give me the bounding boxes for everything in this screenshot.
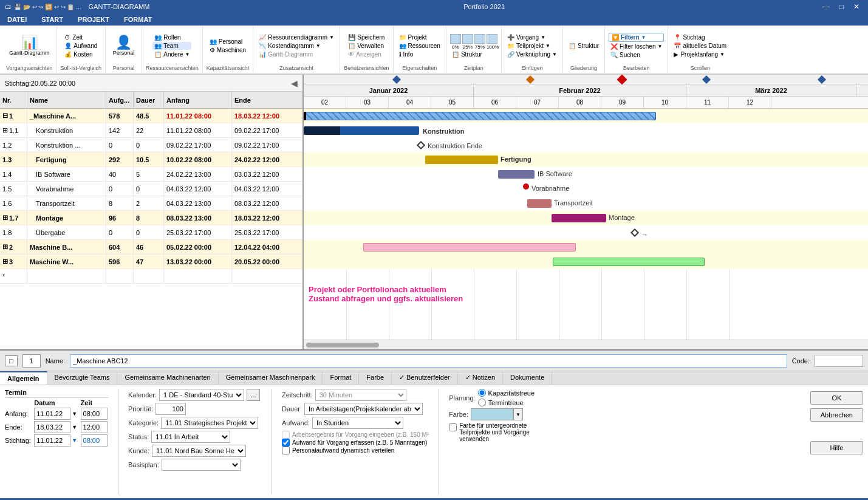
kunde-select[interactable]: 11.01 Nord Bau Sonne Herr A.	[152, 445, 246, 457]
table-row[interactable]: 1.6 Transportzeit 8 2 04.03.22 13:00 08.…	[0, 196, 302, 211]
scroll-thumb[interactable]	[306, 343, 379, 348]
table-row[interactable]: 1.4 IB Software 40 5 24.02.22 13:00 03.0…	[0, 167, 302, 182]
tab-benutzerfelder[interactable]: ✓ Benutzerfelder	[392, 371, 458, 385]
arbeits-checkbox[interactable]	[282, 431, 290, 439]
stichtag-date-input[interactable]	[34, 434, 70, 447]
code-input[interactable]	[815, 355, 863, 367]
progress-0[interactable]	[450, 34, 461, 44]
maximize-button[interactable]: □	[836, 2, 847, 11]
vorgang-button[interactable]: ➕Vorgang▼	[505, 33, 559, 41]
andere-button[interactable]: 📋Andere ▼	[152, 50, 191, 58]
table-row[interactable]: 1.2 Konstruktion ... 0 0 09.02.22 17:00 …	[0, 138, 302, 152]
aktuelles-datum-button[interactable]: 📅aktuelles Datum	[672, 42, 728, 50]
personal-kap-button[interactable]: 👥Personal	[208, 38, 248, 46]
progress-100[interactable]	[487, 34, 497, 44]
table-row[interactable]: ⊟1 _Maschine A... 578 48.5 11.01.22 08:0…	[0, 109, 302, 123]
expand-icon[interactable]: ⊞	[2, 258, 8, 265]
anfang-date-input[interactable]	[34, 408, 70, 420]
rollen-button[interactable]: 👥Rollen	[152, 33, 191, 41]
aufwand-checkbox[interactable]	[282, 439, 290, 447]
tab-gemeinsame-machinenarten[interactable]: Gemeinsame Machinenarten	[117, 371, 218, 385]
progress-75[interactable]	[474, 34, 485, 44]
expand-icon[interactable]: ⊞	[2, 243, 8, 251]
basisplan-select[interactable]	[162, 459, 241, 471]
gantt-bar-maschine-b[interactable]	[363, 243, 576, 252]
gliederung-struktur-button[interactable]: 📋Struktur	[567, 42, 601, 50]
expand-icon[interactable]: ⊟	[2, 112, 8, 120]
table-row[interactable]: 1.5 Vorabnahme 0 0 04.03.22 12:00 04.03.…	[0, 182, 302, 196]
gantt-bar-transportzeit[interactable]	[527, 199, 552, 208]
team-button[interactable]: 👥Team	[152, 42, 191, 50]
kapazitaetstreue-radio[interactable]	[478, 389, 486, 397]
projekt-button[interactable]: 📁Projekt	[397, 33, 442, 41]
cancel-button[interactable]: Abbrechen	[810, 408, 863, 422]
status-select[interactable]: 11.01 In Arbeit	[151, 431, 230, 443]
kalender-select[interactable]: 1 DE - Standard 40-Stur	[159, 389, 244, 401]
prioritaet-input[interactable]	[155, 403, 186, 415]
tab-bevorzugte-teams[interactable]: Bevorzugte Teams	[47, 371, 118, 385]
table-row[interactable]: 1.3 Fertigung 292 10.5 10.02.22 08:00 24…	[0, 152, 302, 167]
tab-datei[interactable]: DATEI	[0, 13, 34, 26]
tab-start[interactable]: START	[34, 13, 70, 26]
help-button[interactable]: Hilfe	[810, 441, 863, 454]
progress-25[interactable]	[462, 34, 473, 44]
table-row[interactable]: ⊞1.7 Montage 96 8 08.03.22 13:00 18.03.2…	[0, 211, 302, 225]
aufwand-select[interactable]: In Stunden	[312, 417, 403, 429]
table-row[interactable]: ⊞2 Maschine B... 604 46 05.02.22 00:00 1…	[0, 240, 302, 255]
termintreue-radio[interactable]	[478, 399, 486, 406]
aufwand-button[interactable]: 👤Aufwand	[63, 42, 99, 50]
anfang-date-arrow[interactable]: ▼	[72, 411, 77, 417]
ressourcendiagramm-button[interactable]: 📈Ressourcendiagramm▼	[257, 33, 336, 41]
personal-checkbox[interactable]	[282, 447, 290, 454]
table-row[interactable]: 1.8 Übergabe 0 0 25.03.22 17:00 25.03.22…	[0, 225, 302, 240]
kalender-browse-button[interactable]: ...	[247, 389, 260, 401]
filtern-button[interactable]: 🔽Filtern▼	[609, 33, 664, 42]
tab-farbe[interactable]: Farbe	[359, 371, 392, 385]
table-row[interactable]: ⊞3 Maschine W... 596 47 13.03.22 00:00 2…	[0, 255, 302, 269]
stichtag-scroll-button[interactable]: 📍Stichtag	[672, 33, 728, 41]
gantt-bar-machine-a[interactable]	[304, 112, 656, 120]
expand-icon[interactable]: ⊞	[2, 214, 8, 222]
stichtag-date-arrow[interactable]: ▼	[72, 437, 77, 443]
teilprojekt-button[interactable]: 📁Teilprojekt▼	[505, 42, 559, 50]
ende-time-input[interactable]	[81, 421, 108, 433]
kosten-button[interactable]: 💰Kosten	[63, 50, 99, 58]
tab-projekt[interactable]: PROJEKT	[70, 13, 117, 26]
gantt-bar-maschine-w[interactable]	[553, 258, 705, 266]
gantt-bar-ib-software[interactable]	[498, 170, 535, 179]
expand-icon[interactable]: ⊞	[2, 126, 8, 134]
gantt-bar-fertigung[interactable]	[425, 156, 498, 164]
dauer-select[interactable]: In Arbeitstagen(Projektkalender abh.	[304, 403, 423, 415]
gantt-zusatz-button[interactable]: 📊Gantt-Diagramm	[257, 50, 336, 58]
minimize-button[interactable]: —	[819, 2, 833, 11]
zeit-button[interactable]: ⏱Zeit	[63, 33, 99, 41]
farbe-color-box[interactable]	[471, 408, 513, 420]
ende-date-arrow[interactable]: ▼	[72, 424, 77, 430]
filter-loeschen-button[interactable]: ❌Filter löschen▼	[609, 43, 664, 50]
tab-allgemein[interactable]: Allgemein	[0, 371, 47, 385]
ressourcen-eig-button[interactable]: 👥Ressourcen	[397, 42, 442, 50]
tab-format[interactable]: FORMAT	[117, 13, 159, 26]
zeitschritt-select[interactable]: 30 Minuten	[315, 389, 406, 401]
info-button[interactable]: ℹInfo	[397, 50, 442, 58]
anzeigen-button[interactable]: 👁Anzeigen	[346, 50, 386, 58]
kostendiagramm-button[interactable]: 📉Kostendiagramm▼	[257, 42, 336, 50]
tab-gemeinsamer-maschinenpark[interactable]: Gemeinsamer Maschinenpark	[219, 371, 323, 385]
verknuepfung-button[interactable]: 🔗Verknüpfung▼	[505, 50, 559, 58]
speichern-button[interactable]: 💾Speichern	[346, 33, 386, 41]
farbe-dropdown-button[interactable]: ▼	[513, 408, 523, 420]
anfang-time-input[interactable]	[81, 408, 108, 420]
tab-notizen[interactable]: ✓ Notizen	[458, 371, 503, 385]
farbe-untergeordnet-checkbox[interactable]	[449, 423, 457, 431]
suchen-button[interactable]: 🔍Suchen	[609, 51, 664, 59]
table-row[interactable]: ⊞1.1 Konstruktion 142 22 11.01.22 08:00 …	[0, 123, 302, 138]
tab-dokumente[interactable]: Dokumente	[503, 371, 552, 385]
horizontal-scrollbar[interactable]	[304, 340, 868, 349]
struktur-button[interactable]: 📋Struktur	[450, 50, 497, 58]
close-button[interactable]: ✕	[850, 2, 863, 11]
name-input[interactable]	[70, 354, 787, 368]
ende-date-input[interactable]	[34, 421, 70, 433]
gantt-diagramm-button[interactable]: 📊 Gantt-Diagramm	[7, 35, 52, 57]
collapse-icon[interactable]: ◀	[291, 78, 298, 88]
detail-expand-icon[interactable]: □	[5, 355, 18, 366]
